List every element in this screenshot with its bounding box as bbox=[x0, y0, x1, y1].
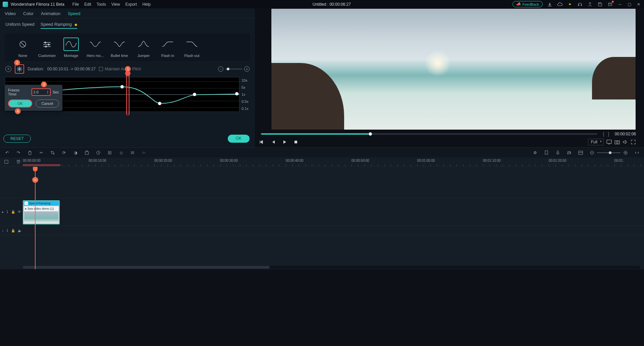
preset-customize[interactable]: Customize bbox=[37, 38, 57, 58]
timeline-scrollbar[interactable] bbox=[23, 266, 640, 269]
magnet-button[interactable] bbox=[16, 159, 21, 165]
visibility-icon[interactable]: 👁 bbox=[18, 210, 21, 214]
delete-button[interactable] bbox=[27, 150, 33, 156]
menu-help[interactable]: Help bbox=[142, 2, 151, 7]
layout-button[interactable] bbox=[578, 150, 584, 156]
notification-icon[interactable] bbox=[607, 1, 613, 7]
preview-seek-bar[interactable] bbox=[261, 133, 597, 135]
preview-quality-select[interactable]: Full bbox=[588, 139, 604, 145]
timeline-clip[interactable]: ~Speed Ramping ▸Sea video demo (1) bbox=[23, 200, 60, 224]
ramp-zoom-slider[interactable] bbox=[225, 69, 242, 69]
tl-zoom-in-button[interactable] bbox=[623, 150, 629, 156]
undo-button[interactable]: ↶ bbox=[4, 150, 10, 156]
ruler-label: 00:00:00:00 bbox=[23, 159, 41, 162]
menu-edit[interactable]: Edit bbox=[84, 2, 91, 7]
volume-icon[interactable] bbox=[623, 139, 628, 145]
feedback-button[interactable]: 📣 FeedBack bbox=[513, 1, 543, 7]
close-button[interactable]: ✕ bbox=[636, 2, 641, 7]
export-icon[interactable] bbox=[547, 1, 553, 7]
video-track-1: ▸ 1 🔓 👁 ~Speed Ramping ▸Sea video demo (… bbox=[0, 198, 644, 226]
step-back-button[interactable] bbox=[270, 139, 276, 145]
timeline-playhead[interactable]: ✂ bbox=[35, 167, 36, 269]
stop-button[interactable] bbox=[293, 139, 299, 145]
playhead-split-icon[interactable]: ✂ bbox=[32, 177, 38, 183]
freeze-time-value[interactable] bbox=[34, 90, 44, 94]
clock-button[interactable] bbox=[95, 150, 101, 156]
freeze-time-input[interactable]: ▲▼ bbox=[32, 88, 51, 96]
speed-tool-button[interactable]: ⟳ bbox=[61, 150, 67, 156]
sparkle-icon[interactable]: ✦ bbox=[567, 1, 573, 7]
record-button[interactable] bbox=[555, 150, 561, 156]
adjust-button[interactable] bbox=[129, 150, 136, 156]
user-icon[interactable] bbox=[587, 1, 593, 7]
ramp-node[interactable] bbox=[158, 102, 161, 105]
svg-rect-13 bbox=[557, 151, 558, 153]
fullscreen-icon[interactable] bbox=[631, 139, 636, 145]
minimize-button[interactable]: ─ bbox=[617, 2, 623, 7]
spinner-down-icon[interactable]: ▼ bbox=[47, 92, 49, 94]
ramp-playhead[interactable]: 1 bbox=[126, 73, 129, 116]
preset-montage[interactable]: Montage bbox=[61, 38, 81, 58]
tl-zoom-out-button[interactable] bbox=[589, 150, 595, 156]
tab-color[interactable]: Color bbox=[23, 11, 34, 16]
preset-none[interactable]: None bbox=[13, 38, 33, 58]
ramp-node[interactable] bbox=[193, 93, 196, 96]
menu-export[interactable]: Export bbox=[125, 2, 137, 7]
ruler-label: 00:01: bbox=[614, 159, 624, 162]
tl-zoom-slider[interactable] bbox=[597, 152, 621, 153]
preset-jumper[interactable]: Jumper bbox=[133, 38, 154, 58]
freeze-frame-button[interactable] bbox=[15, 64, 24, 74]
tab-video[interactable]: Video bbox=[5, 11, 16, 16]
freeze-ok-button[interactable]: OK 4 bbox=[8, 99, 32, 108]
mark-out-button[interactable]: } bbox=[608, 131, 609, 137]
menu-file[interactable]: File bbox=[72, 2, 79, 7]
ai-button[interactable] bbox=[107, 150, 113, 156]
timeline-ruler[interactable]: 00:00:00:0000:00:10:0000:00:20:0000:00:3… bbox=[23, 159, 641, 166]
maintain-audio-pitch[interactable]: Maintain Audio Pitch bbox=[99, 67, 141, 71]
svg-point-2 bbox=[45, 42, 46, 43]
cloud-icon[interactable] bbox=[557, 1, 563, 7]
ruler-label: 00:01:20:00 bbox=[549, 159, 567, 162]
preset-flash-out[interactable]: Flash out bbox=[182, 38, 202, 58]
save-icon[interactable] bbox=[597, 1, 603, 7]
tab-animation[interactable]: Animation bbox=[41, 11, 60, 16]
mute-icon[interactable]: 🔈 bbox=[18, 229, 22, 232]
detach-preview-icon[interactable] bbox=[606, 139, 612, 145]
headset-icon[interactable] bbox=[577, 1, 583, 7]
tab-speed[interactable]: Speed bbox=[68, 11, 80, 16]
ok-button[interactable]: OK bbox=[228, 135, 250, 143]
lock-icon[interactable]: 🔓 bbox=[11, 210, 15, 214]
color-tool-button[interactable]: ◑ bbox=[72, 150, 78, 156]
ramp-zoom-in-button[interactable]: + bbox=[244, 66, 250, 72]
prev-frame-button[interactable] bbox=[259, 139, 264, 145]
menu-view[interactable]: View bbox=[111, 2, 120, 7]
timeline-options-button[interactable] bbox=[4, 159, 9, 165]
mark-in-button[interactable]: { bbox=[603, 131, 604, 137]
crop-button[interactable] bbox=[50, 150, 56, 156]
menu-tools[interactable]: Tools bbox=[97, 2, 106, 7]
maximize-button[interactable]: ▢ bbox=[627, 2, 632, 7]
redo-button[interactable]: ↷ bbox=[15, 150, 21, 156]
preset-bullet[interactable]: Bullet time bbox=[109, 38, 129, 58]
play-button[interactable] bbox=[282, 139, 287, 145]
tab-uniform-speed[interactable]: Uniform Speed bbox=[5, 22, 35, 29]
reset-button[interactable]: RESET bbox=[3, 135, 31, 143]
fit-zoom-button[interactable] bbox=[634, 150, 640, 156]
ramp-node[interactable] bbox=[235, 92, 238, 95]
preset-hero[interactable]: Hero mo... bbox=[85, 38, 105, 58]
marker-button[interactable] bbox=[543, 150, 549, 156]
freeze-cancel-button[interactable]: Cancel bbox=[36, 99, 59, 108]
ramp-node[interactable] bbox=[120, 85, 124, 88]
split-button[interactable]: ✂ bbox=[38, 150, 44, 156]
render-button[interactable]: ⚙ bbox=[532, 150, 538, 156]
keyframe-button[interactable]: ◇ bbox=[118, 150, 124, 156]
snapshot-icon[interactable] bbox=[614, 139, 620, 145]
mixer-button[interactable] bbox=[566, 150, 572, 156]
lock-icon[interactable]: 🔓 bbox=[11, 229, 15, 232]
preset-flash-in[interactable]: Flash in bbox=[158, 38, 178, 58]
add-keyframe-button[interactable]: + bbox=[5, 66, 11, 72]
ramp-zoom-out-button[interactable]: − bbox=[218, 66, 223, 72]
preview-viewport[interactable] bbox=[271, 8, 636, 130]
green-screen-button[interactable] bbox=[84, 150, 90, 156]
tab-speed-ramping[interactable]: Speed Ramping ◆ bbox=[41, 22, 77, 29]
